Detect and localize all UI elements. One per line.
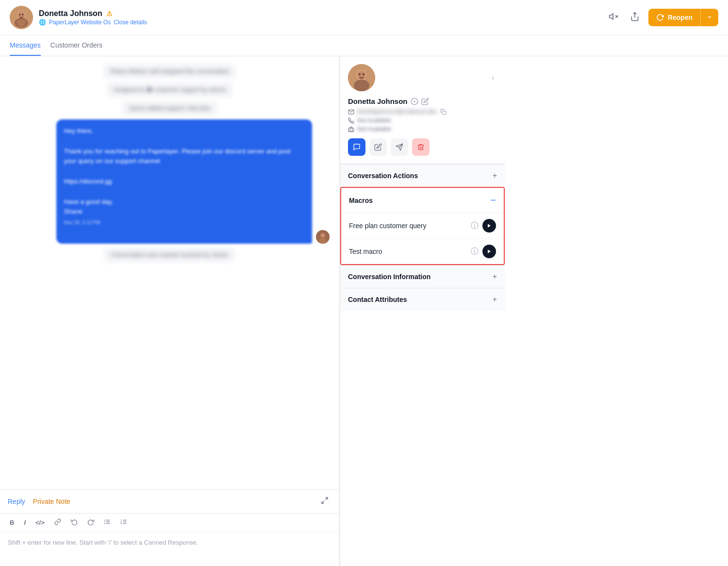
contact-attributes-section[interactable]: Contact Attributes +: [340, 288, 505, 311]
svg-line-14: [322, 501, 324, 503]
macros-title: Macros: [349, 197, 373, 204]
new-conversation-button[interactable]: [348, 138, 365, 156]
chat-bubble-row: Hey there, Thank you for reaching out to…: [10, 119, 330, 244]
svg-marker-6: [609, 14, 613, 19]
share-button[interactable]: [627, 9, 643, 26]
right-panel: › Donetta Johnson: [340, 56, 505, 566]
tab-messages[interactable]: Messages: [10, 35, 41, 56]
contact-phone: Not Available: [357, 117, 391, 124]
macro-2-info-button[interactable]: ⓘ: [471, 247, 479, 257]
macro-name-1: Free plan customer query: [349, 222, 427, 230]
delete-button[interactable]: [412, 138, 430, 156]
phone-icon: [348, 117, 354, 124]
link-button[interactable]: [52, 517, 63, 528]
svg-point-31: [363, 73, 364, 75]
ordered-list-button[interactable]: 1 2 3: [118, 517, 129, 528]
svg-point-20: [104, 523, 105, 524]
tabs-bar: Messages Customer Orders: [0, 35, 728, 56]
contact-avatar: [348, 64, 375, 91]
mute-button[interactable]: [606, 9, 621, 26]
edit-contact-icon[interactable]: [421, 98, 429, 105]
close-details-link[interactable]: Close details: [114, 19, 147, 26]
reopen-dropdown-arrow[interactable]: [701, 9, 718, 26]
header-sub: 🌐 PaperLayer Website Os Close details: [39, 19, 147, 26]
svg-text:3: 3: [120, 522, 122, 525]
contact-phone-row: Not Available: [348, 117, 497, 124]
messages-list: Shane Watson self-assigned this conversa…: [0, 56, 339, 489]
svg-point-32: [354, 80, 369, 91]
contact-email-row: donettajohnson@chatwoot.dev: [348, 108, 497, 115]
bold-button[interactable]: B: [8, 518, 16, 527]
svg-marker-39: [488, 224, 491, 228]
header-info: Donetta Johnson ⚠ 🌐 PaperLayer Website O…: [39, 9, 147, 26]
svg-point-4: [22, 14, 24, 16]
macro-1-actions: ⓘ: [471, 219, 496, 233]
reply-tab-group: Reply Private Note: [8, 496, 70, 507]
conversation-information-plus-icon: +: [493, 272, 497, 281]
svg-point-12: [319, 238, 327, 244]
macros-section: Macros − Free plan customer query ⓘ: [340, 187, 505, 265]
contact-panel-toggle[interactable]: ›: [489, 71, 497, 84]
macro-1-run-button[interactable]: [482, 219, 496, 233]
reply-toolbar: B I </>: [0, 514, 339, 532]
system-message-4: Conversation was marked resolved by Jani…: [104, 248, 235, 262]
conversation-information-section[interactable]: Conversation Information +: [340, 265, 505, 288]
contact-name: Donetta Johnson: [348, 97, 408, 105]
system-message-2: Assigned to ☎ customer support by Janice: [107, 83, 232, 97]
contact-attributes-plus-icon: +: [493, 295, 497, 304]
bubble-time: Nov 28, 3:13 PM: [64, 219, 304, 227]
company-icon: [348, 126, 354, 133]
svg-point-30: [359, 73, 361, 75]
svg-point-19: [104, 521, 105, 522]
contact-company-row: Not Available: [348, 126, 497, 133]
undo-button[interactable]: [69, 517, 80, 528]
svg-point-3: [19, 14, 21, 16]
edit-button[interactable]: [369, 138, 387, 156]
macro-item-1: Free plan customer query ⓘ: [341, 213, 504, 238]
contact-info: › Donetta Johnson: [340, 56, 505, 164]
svg-marker-40: [488, 250, 491, 253]
contact-name-row: Donetta Johnson: [348, 97, 497, 105]
unordered-list-button[interactable]: [102, 517, 113, 528]
conversation-actions-title: Conversation Actions: [348, 172, 418, 180]
reply-tab[interactable]: Reply: [8, 496, 25, 507]
conversation-actions-plus-icon: +: [493, 171, 497, 180]
reopen-main: Reopen: [648, 9, 700, 26]
expand-button[interactable]: [318, 494, 331, 509]
conversation-actions-section[interactable]: Conversation Actions +: [340, 164, 505, 187]
redo-button[interactable]: [85, 517, 96, 528]
send-email-button[interactable]: [391, 138, 408, 156]
system-message-1: Shane Watson self-assigned this conversa…: [103, 64, 236, 79]
macro-item-2: Test macro ⓘ: [341, 238, 504, 264]
contact-avatar-row: ›: [348, 64, 497, 91]
macros-header[interactable]: Macros −: [341, 188, 504, 213]
tab-customer-orders[interactable]: Customer Orders: [50, 35, 102, 56]
copy-email-icon[interactable]: [440, 109, 447, 115]
macros-minus-icon: −: [490, 195, 496, 206]
main-content: Shane Watson self-assigned this conversa…: [0, 56, 728, 566]
macro-2-run-button[interactable]: [482, 245, 496, 258]
contact-company: Not Available: [357, 126, 391, 133]
italic-button[interactable]: I: [22, 518, 28, 527]
conversation-information-title: Conversation Information: [348, 273, 430, 281]
private-note-tab[interactable]: Private Note: [33, 496, 70, 507]
svg-point-18: [104, 520, 105, 521]
website-label: PaperLayer Website Os: [49, 19, 111, 26]
bubble-agent-avatar: [316, 230, 330, 244]
contact-email: donettajohnson@chatwoot.dev: [357, 108, 437, 115]
header: Donetta Johnson ⚠ 🌐 PaperLayer Website O…: [0, 0, 728, 35]
macro-1-info-button[interactable]: ⓘ: [471, 221, 479, 231]
reply-input-placeholder[interactable]: Shift + enter for new line. Start with '…: [0, 532, 339, 566]
warning-icon: ⚠: [106, 10, 113, 17]
globe-icon: 🌐: [39, 19, 46, 26]
chat-bubble: Hey there, Thank you for reaching out to…: [56, 119, 312, 244]
svg-rect-35: [443, 111, 446, 114]
reply-tabs-bar: Reply Private Note: [0, 490, 339, 514]
contact-action-buttons: [348, 138, 497, 156]
code-button[interactable]: </>: [33, 518, 47, 527]
svg-rect-36: [348, 128, 354, 132]
contact-attributes-title: Contact Attributes: [348, 296, 407, 303]
reopen-button[interactable]: Reopen: [648, 9, 718, 26]
reply-area: Reply Private Note B I: [0, 489, 339, 566]
macro-name-2: Test macro: [349, 248, 382, 255]
